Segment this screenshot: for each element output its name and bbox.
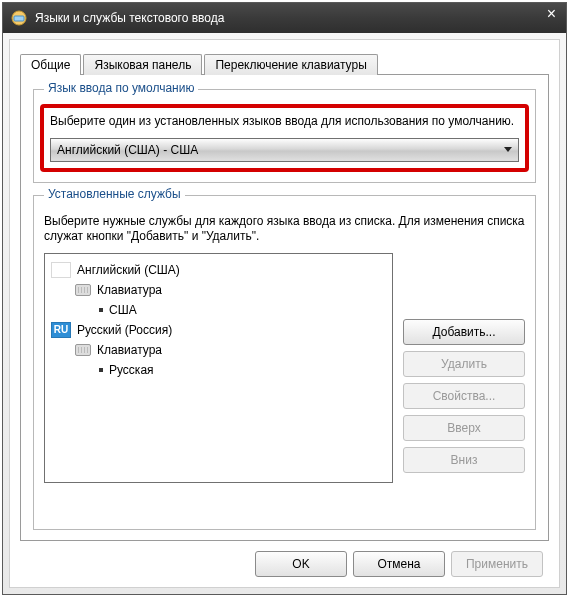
service-buttons-column: Добавить... Удалить Свойства... Вверх Вн… — [403, 319, 525, 483]
cancel-button[interactable]: Отмена — [353, 551, 445, 577]
properties-button: Свойства... — [403, 383, 525, 409]
chevron-down-icon — [504, 147, 512, 152]
dialog-buttons: OK Отмена Применить — [20, 541, 549, 581]
tree-en-layout-label: США — [109, 303, 137, 317]
lang-badge-ru: RU — [51, 322, 71, 338]
tree-en-keyboard-node[interactable]: Клавиатура — [51, 280, 386, 300]
add-button[interactable]: Добавить... — [403, 319, 525, 345]
group-installed-services: Установленные службы Выберите нужные слу… — [33, 195, 536, 530]
move-down-button: Вниз — [403, 447, 525, 473]
tree-ru-layout-label: Русская — [109, 363, 154, 377]
default-language-value: Английский (США) - США — [57, 143, 198, 157]
default-language-description: Выберите один из установленных языков вв… — [50, 114, 519, 130]
languages-tree[interactable]: EN Английский (США) Клавиатура США — [44, 253, 393, 483]
installed-services-description: Выберите нужные службы для каждого языка… — [44, 214, 525, 245]
close-icon[interactable]: × — [547, 6, 556, 22]
titlebar: Языки и службы текстового ввода × — [3, 3, 566, 33]
tree-ru-keyboard-node[interactable]: Клавиатура — [51, 340, 386, 360]
tree-lang-en[interactable]: EN Английский (США) — [51, 260, 386, 280]
tree-en-keyboard-label: Клавиатура — [97, 283, 162, 297]
window: Языки и службы текстового ввода × Общие … — [2, 2, 567, 595]
move-up-button: Вверх — [403, 415, 525, 441]
services-row: EN Английский (США) Клавиатура США — [44, 253, 525, 483]
group-default-language-legend: Язык ввода по умолчанию — [44, 81, 198, 95]
tree-ru-keyboard-label: Клавиатура — [97, 343, 162, 357]
svg-rect-1 — [14, 16, 24, 21]
tree-lang-ru[interactable]: RU Русский (Россия) — [51, 320, 386, 340]
ok-button[interactable]: OK — [255, 551, 347, 577]
group-installed-services-legend: Установленные службы — [44, 187, 185, 201]
tree-ru-layout-node[interactable]: Русская — [51, 360, 386, 380]
bullet-icon — [99, 308, 103, 312]
tab-general[interactable]: Общие — [20, 54, 81, 75]
window-title: Языки и службы текстового ввода — [35, 11, 224, 25]
keyboard-icon — [75, 344, 91, 356]
tree-en-layout-node[interactable]: США — [51, 300, 386, 320]
tab-row: Общие Языковая панель Переключение клави… — [20, 50, 549, 74]
default-language-dropdown[interactable]: Английский (США) - США — [50, 138, 519, 162]
tree-lang-ru-label: Русский (Россия) — [77, 323, 172, 337]
tab-language-bar[interactable]: Языковая панель — [83, 54, 202, 75]
apply-button: Применить — [451, 551, 543, 577]
tab-page-general: Язык ввода по умолчанию Выберите один из… — [20, 74, 549, 541]
tab-keyboard-switching[interactable]: Переключение клавиатуры — [204, 54, 377, 75]
keyboard-icon — [75, 284, 91, 296]
group-default-language: Язык ввода по умолчанию Выберите один из… — [33, 89, 536, 183]
lang-badge-en: EN — [51, 262, 71, 278]
client-area: Общие Языковая панель Переключение клави… — [9, 39, 560, 588]
tree-lang-en-label: Английский (США) — [77, 263, 180, 277]
bullet-icon — [99, 368, 103, 372]
remove-button: Удалить — [403, 351, 525, 377]
keyboard-app-icon — [11, 10, 27, 26]
highlight-annotation: Выберите один из установленных языков вв… — [40, 104, 529, 172]
